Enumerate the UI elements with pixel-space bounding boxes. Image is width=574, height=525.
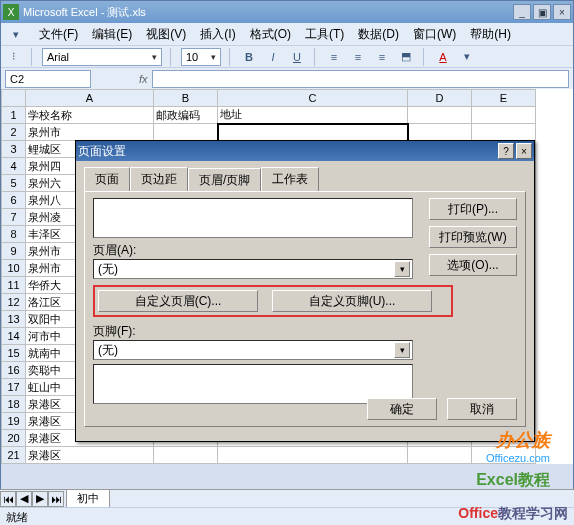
dialog-close-button[interactable]: × xyxy=(516,143,532,159)
col-header-d[interactable]: D xyxy=(408,90,472,107)
footer-combo[interactable]: (无) ▾ xyxy=(93,340,413,360)
row-header[interactable]: 4 xyxy=(2,158,26,175)
cell[interactable]: 泉港区 xyxy=(26,447,154,464)
menubar: ▾ 文件(F) 编辑(E) 视图(V) 插入(I) 格式(O) 工具(T) 数据… xyxy=(1,23,573,45)
dialog-titlebar: 页面设置 ? × xyxy=(76,141,534,161)
cell[interactable] xyxy=(408,124,472,141)
menu-file[interactable]: 文件(F) xyxy=(39,26,78,43)
menu-format[interactable]: 格式(O) xyxy=(250,26,291,43)
merge-center-icon[interactable]: ⬒ xyxy=(397,48,415,66)
row-header[interactable]: 14 xyxy=(2,328,26,345)
custom-footer-button[interactable]: 自定义页脚(U)... xyxy=(272,290,432,312)
row-header[interactable]: 16 xyxy=(2,362,26,379)
titlebar: X Microsoft Excel - 测试.xls _ ▣ × xyxy=(1,1,573,23)
row-header[interactable]: 3 xyxy=(2,141,26,158)
cell[interactable] xyxy=(472,447,536,464)
cancel-button[interactable]: 取消 xyxy=(447,398,517,420)
cell[interactable] xyxy=(218,447,408,464)
row-header[interactable]: 7 xyxy=(2,209,26,226)
row-header[interactable]: 11 xyxy=(2,277,26,294)
tab-nav-first[interactable]: ⏮ xyxy=(0,491,16,507)
align-center-icon[interactable]: ≡ xyxy=(349,48,367,66)
toolbar-format: ⁝ Arial▾ 10▾ B I U ≡ ≡ ≡ ⬒ A ▾ xyxy=(1,45,573,67)
font-size-select[interactable]: 10▾ xyxy=(181,48,221,66)
align-left-icon[interactable]: ≡ xyxy=(325,48,343,66)
print-preview-button[interactable]: 打印预览(W) xyxy=(429,226,517,248)
app-menu-icon[interactable]: ▾ xyxy=(7,25,25,43)
select-all-corner[interactable] xyxy=(2,90,26,107)
row-header[interactable]: 10 xyxy=(2,260,26,277)
tab-header-footer[interactable]: 页眉/页脚 xyxy=(188,168,261,192)
cell[interactable] xyxy=(408,447,472,464)
col-header-a[interactable]: A xyxy=(26,90,154,107)
col-header-b[interactable]: B xyxy=(154,90,218,107)
cell[interactable] xyxy=(154,124,218,141)
dialog-help-button[interactable]: ? xyxy=(498,143,514,159)
row-header[interactable]: 20 xyxy=(2,430,26,447)
tab-margin[interactable]: 页边距 xyxy=(130,167,188,191)
restore-button[interactable]: ▣ xyxy=(533,4,551,20)
toolbar-more-icon[interactable]: ▾ xyxy=(458,48,476,66)
sheet-tab-active[interactable]: 初中 xyxy=(66,489,110,508)
menu-tools[interactable]: 工具(T) xyxy=(305,26,344,43)
tab-page[interactable]: 页面 xyxy=(84,167,130,191)
menu-view[interactable]: 视图(V) xyxy=(146,26,186,43)
row-header[interactable]: 15 xyxy=(2,345,26,362)
custom-header-button[interactable]: 自定义页眉(C)... xyxy=(98,290,258,312)
ok-button[interactable]: 确定 xyxy=(367,398,437,420)
fx-icon[interactable]: fx xyxy=(139,73,148,85)
cell[interactable] xyxy=(154,447,218,464)
cell[interactable]: 地址 xyxy=(218,107,408,124)
cell[interactable]: 学校名称 xyxy=(26,107,154,124)
cell[interactable]: 泉州市 xyxy=(26,124,154,141)
cell[interactable] xyxy=(472,124,536,141)
cell[interactable] xyxy=(472,107,536,124)
row-header[interactable]: 12 xyxy=(2,294,26,311)
menu-insert[interactable]: 插入(I) xyxy=(200,26,235,43)
cell[interactable] xyxy=(408,107,472,124)
cell[interactable] xyxy=(218,124,408,141)
align-right-icon[interactable]: ≡ xyxy=(373,48,391,66)
options-button[interactable]: 选项(O)... xyxy=(429,254,517,276)
row-header[interactable]: 19 xyxy=(2,413,26,430)
menu-data[interactable]: 数据(D) xyxy=(358,26,399,43)
tab-nav-last[interactable]: ⏭ xyxy=(48,491,64,507)
chevron-down-icon[interactable]: ▾ xyxy=(394,342,410,358)
tab-nav-prev[interactable]: ◀ xyxy=(16,491,32,507)
menu-edit[interactable]: 编辑(E) xyxy=(92,26,132,43)
toolbar-handle-icon[interactable]: ⁝ xyxy=(5,48,23,66)
highlighted-custom-buttons: 自定义页眉(C)... 自定义页脚(U)... xyxy=(93,285,453,317)
row-header[interactable]: 5 xyxy=(2,175,26,192)
italic-button[interactable]: I xyxy=(264,48,282,66)
print-button[interactable]: 打印(P)... xyxy=(429,198,517,220)
row-header[interactable]: 2 xyxy=(2,124,26,141)
menu-window[interactable]: 窗口(W) xyxy=(413,26,456,43)
font-size: 10 xyxy=(186,51,198,63)
underline-button[interactable]: U xyxy=(288,48,306,66)
font-color-icon[interactable]: A xyxy=(434,48,452,66)
row-header[interactable]: 1 xyxy=(2,107,26,124)
formula-input[interactable] xyxy=(152,70,569,88)
row-header[interactable]: 21 xyxy=(2,447,26,464)
col-header-e[interactable]: E xyxy=(472,90,536,107)
row-header[interactable]: 6 xyxy=(2,192,26,209)
footer-value: (无) xyxy=(98,342,118,359)
tab-worksheet[interactable]: 工作表 xyxy=(261,167,319,191)
menu-help[interactable]: 帮助(H) xyxy=(470,26,511,43)
row-header[interactable]: 13 xyxy=(2,311,26,328)
row-header[interactable]: 9 xyxy=(2,243,26,260)
minimize-button[interactable]: _ xyxy=(513,4,531,20)
col-header-c[interactable]: C xyxy=(218,90,408,107)
header-combo[interactable]: (无) ▾ xyxy=(93,259,413,279)
tab-nav-next[interactable]: ▶ xyxy=(32,491,48,507)
bold-button[interactable]: B xyxy=(240,48,258,66)
cell[interactable]: 邮政编码 xyxy=(154,107,218,124)
chevron-down-icon[interactable]: ▾ xyxy=(394,261,410,277)
excel-icon: X xyxy=(3,4,19,20)
font-select[interactable]: Arial▾ xyxy=(42,48,162,66)
name-box[interactable]: C2 xyxy=(5,70,91,88)
close-button[interactable]: × xyxy=(553,4,571,20)
row-header[interactable]: 17 xyxy=(2,379,26,396)
row-header[interactable]: 18 xyxy=(2,396,26,413)
row-header[interactable]: 8 xyxy=(2,226,26,243)
